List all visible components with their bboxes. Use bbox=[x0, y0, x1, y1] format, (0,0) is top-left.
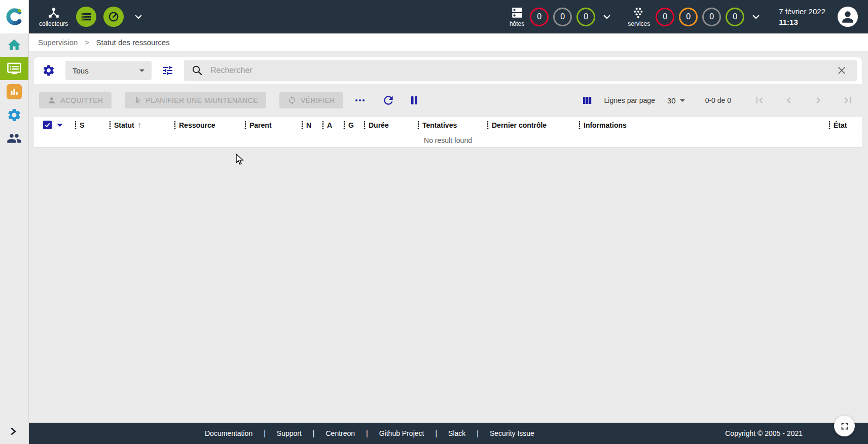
sidebar-item-monitoring[interactable] bbox=[0, 57, 28, 80]
hosts-chevron-button[interactable] bbox=[602, 12, 611, 21]
date-text: 7 février 2022 bbox=[779, 6, 825, 17]
check-button[interactable]: VÉRIFIER bbox=[279, 92, 343, 108]
search-input[interactable] bbox=[210, 66, 834, 75]
column-header-severity[interactable]: S bbox=[75, 117, 109, 133]
footer-link-security[interactable]: Security Issue bbox=[490, 429, 534, 437]
breadcrumb-item-current: Statut des ressources bbox=[96, 38, 170, 47]
footer-separator: | bbox=[264, 429, 266, 437]
column-header-parent[interactable]: Parent bbox=[244, 117, 301, 133]
chevron-down-icon bbox=[134, 12, 143, 21]
filter-settings-button[interactable] bbox=[39, 61, 58, 80]
rows-per-page-select[interactable]: 30 bbox=[667, 96, 685, 105]
acknowledge-button[interactable]: ACQUITTER bbox=[39, 92, 112, 108]
check-icon bbox=[44, 122, 51, 128]
footer-link-support[interactable]: Support bbox=[277, 429, 302, 437]
hosts-counter-down[interactable]: 0 bbox=[530, 8, 549, 26]
poller-servers-button[interactable] bbox=[76, 7, 96, 27]
sidebar-item-reporting[interactable] bbox=[0, 80, 28, 103]
footer-links: Documentation | Support | Centreon | Git… bbox=[205, 423, 534, 444]
prev-page-button[interactable] bbox=[780, 91, 798, 109]
drag-handle-icon[interactable] bbox=[828, 121, 830, 129]
column-header-state[interactable]: État bbox=[828, 117, 862, 133]
services-chevron-button[interactable] bbox=[751, 12, 761, 21]
column-label: A bbox=[327, 121, 332, 129]
drag-handle-icon[interactable] bbox=[109, 121, 111, 129]
drag-handle-icon[interactable] bbox=[343, 121, 345, 129]
breadcrumb: Supervision > Statut des ressources bbox=[29, 33, 868, 51]
pollers-chevron-button[interactable] bbox=[134, 12, 143, 21]
breadcrumb-separator: > bbox=[85, 39, 89, 47]
resources-table: S Statut ↑ Ressource Parent N bbox=[34, 117, 862, 147]
downtime-button[interactable]: PLANIFIER UNE MAINTENANCE bbox=[125, 92, 267, 108]
column-header-resource[interactable]: Ressource bbox=[174, 117, 244, 133]
select-all-checkbox[interactable] bbox=[43, 121, 52, 129]
column-header-tries[interactable]: Tentatives bbox=[417, 117, 487, 133]
services-counter-critical[interactable]: 0 bbox=[656, 8, 674, 26]
refresh-button[interactable] bbox=[379, 91, 398, 110]
breadcrumb-item-supervision[interactable]: Supervision bbox=[38, 38, 78, 47]
drag-handle-icon[interactable] bbox=[578, 121, 581, 129]
column-header-information[interactable]: Informations bbox=[578, 117, 828, 133]
ellipsis-icon bbox=[355, 99, 357, 101]
column-label: Informations bbox=[584, 121, 627, 129]
counter-value: 0 bbox=[733, 12, 737, 21]
footer-link-slack[interactable]: Slack bbox=[448, 429, 465, 437]
advanced-filters-button[interactable] bbox=[159, 61, 177, 80]
sidebar-item-home[interactable] bbox=[0, 33, 28, 57]
pollers-group[interactable]: collecteurs bbox=[39, 6, 68, 27]
drag-handle-icon[interactable] bbox=[244, 121, 246, 129]
select-all-cell bbox=[34, 117, 75, 133]
select-rows-dropdown-icon[interactable] bbox=[57, 124, 63, 127]
column-header-status[interactable]: Statut ↑ bbox=[109, 117, 174, 133]
services-group[interactable]: services bbox=[628, 6, 650, 27]
centreon-logo[interactable] bbox=[0, 0, 28, 33]
first-page-button[interactable] bbox=[750, 91, 769, 109]
more-actions-button[interactable] bbox=[354, 96, 366, 104]
clear-search-button[interactable] bbox=[834, 62, 850, 79]
drag-handle-icon[interactable] bbox=[301, 121, 303, 129]
refresh-icon bbox=[382, 94, 395, 107]
sidebar-expand-button[interactable] bbox=[8, 426, 19, 439]
gear-icon bbox=[42, 64, 55, 77]
tune-icon bbox=[162, 64, 174, 77]
hosts-counter-up[interactable]: 0 bbox=[576, 8, 595, 26]
drag-handle-icon[interactable] bbox=[75, 121, 77, 129]
downtime-label: PLANIFIER UNE MAINTENANCE bbox=[146, 96, 259, 104]
footer-link-centreon[interactable]: Centreon bbox=[326, 429, 355, 437]
column-header-last-check[interactable]: Dernier contrôle bbox=[487, 117, 578, 133]
search-icon bbox=[191, 64, 203, 77]
next-page-button[interactable] bbox=[809, 91, 827, 109]
fullscreen-button[interactable] bbox=[834, 416, 855, 436]
fullscreen-icon bbox=[839, 421, 850, 432]
drag-handle-icon[interactable] bbox=[174, 121, 176, 129]
poller-latency-button[interactable] bbox=[103, 7, 124, 27]
columns-settings-button[interactable] bbox=[578, 91, 596, 109]
counter-value: 0 bbox=[686, 12, 691, 21]
drag-handle-icon[interactable] bbox=[487, 121, 489, 129]
column-header-g[interactable]: G bbox=[343, 117, 364, 133]
first-page-icon bbox=[753, 94, 766, 106]
column-label: N bbox=[306, 121, 311, 129]
column-header-duration[interactable]: Durée bbox=[364, 117, 417, 133]
services-counter-ok[interactable]: 0 bbox=[726, 8, 744, 26]
drag-handle-icon[interactable] bbox=[364, 121, 366, 129]
pause-button[interactable] bbox=[405, 91, 423, 109]
hosts-group[interactable]: hôtes bbox=[510, 6, 524, 27]
footer-separator: | bbox=[435, 429, 437, 437]
pagination-range: 0-0 de 0 bbox=[705, 96, 731, 104]
drag-handle-icon[interactable] bbox=[322, 121, 324, 129]
sidebar-item-configuration[interactable] bbox=[0, 103, 28, 127]
chevron-down-icon bbox=[139, 69, 144, 72]
user-avatar-button[interactable] bbox=[838, 7, 858, 27]
hosts-counter-unreachable[interactable]: 0 bbox=[553, 8, 572, 26]
services-counter-warning[interactable]: 0 bbox=[679, 8, 698, 26]
drag-handle-icon[interactable] bbox=[417, 121, 419, 129]
sidebar-item-administration[interactable] bbox=[0, 127, 28, 150]
filter-select[interactable]: Tous bbox=[65, 61, 152, 80]
column-header-a[interactable]: A bbox=[322, 117, 343, 133]
services-counter-unknown[interactable]: 0 bbox=[702, 8, 721, 26]
footer-link-github[interactable]: Github Project bbox=[379, 429, 424, 437]
footer-link-documentation[interactable]: Documentation bbox=[205, 429, 252, 437]
last-page-button[interactable] bbox=[839, 91, 857, 109]
column-header-n[interactable]: N bbox=[301, 117, 322, 133]
